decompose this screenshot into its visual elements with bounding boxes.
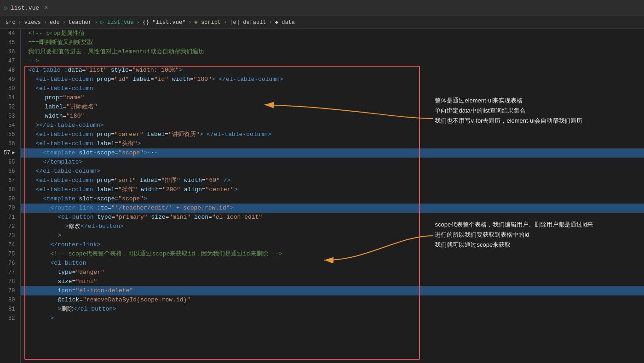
line-68: 68 [4, 185, 17, 194]
code-line-44: <!-- prop是属性值 [21, 29, 644, 38]
code-line-50: <el-table-column [21, 84, 644, 93]
crumb-teacher: teacher [69, 19, 92, 26]
line-71: 71 [4, 213, 17, 222]
line-57: 57 ▶ [4, 148, 17, 158]
line-45: 45 [4, 38, 17, 47]
line-52: 52 [4, 102, 17, 112]
crumb-views: views [24, 19, 41, 26]
code-line-56: <el-table-column label="头衔"> [21, 139, 644, 148]
code-line-73: > [21, 231, 644, 240]
line-47: 47 [4, 57, 17, 66]
line-53: 53 [4, 112, 17, 121]
code-line-51: prop="name" [21, 93, 644, 102]
code-line-80: @click="removeDataById(scope.row.id)" [21, 295, 644, 305]
editor: 44 45 46 47 48 49 50 51 52 53 54 55 56 5… [0, 29, 644, 363]
code-line-76: <el-button [21, 259, 644, 268]
tab-filename: list.vue [11, 5, 39, 11]
code-content: <!-- prop是属性值 ===即判断值又判断类型 我们只要把值传进去，属性值… [21, 29, 644, 363]
code-line-81: >删除</el-button> [21, 305, 644, 314]
line-70: 70 [4, 204, 17, 213]
code-line-45: ===即判断值又判断类型 [21, 38, 644, 47]
code-line-78: size="mini" [21, 277, 644, 286]
line-46: 46 [4, 47, 17, 57]
line-79: 79 [4, 286, 17, 295]
line-73: 73 [4, 231, 17, 240]
line-66: 66 [4, 167, 17, 176]
code-line-68: <el-table-column label="操作" width="200" … [21, 185, 644, 194]
code-line-66: </el-table-column> [21, 167, 644, 176]
crumb-listvue: ▷ list.vue [100, 19, 133, 26]
code-line-72: >修改</el-button> [21, 222, 644, 231]
code-line-67: <el-table-column prop="sort" label="排序" … [21, 176, 644, 185]
line-numbers: 44 45 46 47 48 49 50 51 52 53 54 55 56 5… [0, 29, 21, 363]
close-tab-button[interactable]: × [44, 4, 48, 11]
line-55: 55 [4, 130, 17, 139]
line-80: 80 [4, 295, 17, 305]
code-line-48: <el-table :data="list" style="width: 100… [21, 66, 644, 75]
line-48: 48 [4, 66, 17, 75]
line-67: 67 [4, 176, 17, 185]
line-82: 82 [4, 314, 17, 323]
crumb-src: src [6, 19, 16, 26]
code-line-49: <el-table-column prop="id" label="id" wi… [21, 75, 644, 84]
code-line-75: <!-- scope代表整个表格，可以通过scope来获取id，因为我们是通过i… [21, 250, 644, 259]
tab-file[interactable]: ▷ list.vue × [5, 4, 48, 11]
code-line-74: </router-link> [21, 240, 644, 250]
code-line-65: </template> [21, 158, 644, 167]
line-49: 49 [4, 75, 17, 84]
line-56: 56 [4, 139, 17, 148]
vue-icon: ▷ [5, 4, 8, 11]
code-line-71: <el-button type="primary" size="mini" ic… [21, 213, 644, 222]
line-81: 81 [4, 305, 17, 314]
crumb-default: [e] default [230, 19, 266, 26]
line-69: 69 [4, 194, 17, 204]
crumb-script: ⊕ script [195, 19, 221, 26]
code-line-69: <template slot-scope="scope"> [21, 194, 644, 204]
code-line-82: > [21, 314, 644, 323]
line-72: 72 [4, 222, 17, 231]
line-65: 65 [4, 158, 17, 167]
crumb-obj: {} "list.vue" [143, 19, 186, 26]
line-44: 44 [4, 29, 17, 38]
code-line-52: label="讲师姓名" [21, 102, 644, 112]
line-78: 78 [4, 277, 17, 286]
line-77: 77 [4, 268, 17, 277]
breadcrumb: src › views › edu › teacher › ▷ list.vue… [0, 16, 644, 29]
code-line-77: type="danger" [21, 268, 644, 277]
line-75: 75 [4, 250, 17, 259]
code-line-57: <template slot-scope="scope">··· [21, 148, 644, 158]
code-line-79: icon="el-icon-delete" [21, 286, 644, 295]
code-line-46: 我们只要把值传进去，属性值对上elementui就会自动帮我们遍历 [21, 47, 644, 57]
line-76: 76 [4, 259, 17, 268]
line-51: 51 [4, 93, 17, 102]
code-line-70: <router-link :to="'/teacher/edit/' + sco… [21, 204, 644, 213]
title-bar: ▷ list.vue × [0, 0, 644, 16]
line-54: 54 [4, 121, 17, 130]
code-line-53: width="180" [21, 112, 644, 121]
code-line-55: <el-table-column prop="career" label="讲师… [21, 130, 644, 139]
line-50: 50 [4, 84, 17, 93]
crumb-data: ◆ data [275, 19, 295, 26]
crumb-edu: edu [50, 19, 60, 26]
line-74: 74 [4, 240, 17, 250]
code-line-47: --> [21, 57, 644, 66]
code-line-54: ></el-table-column> [21, 121, 644, 130]
